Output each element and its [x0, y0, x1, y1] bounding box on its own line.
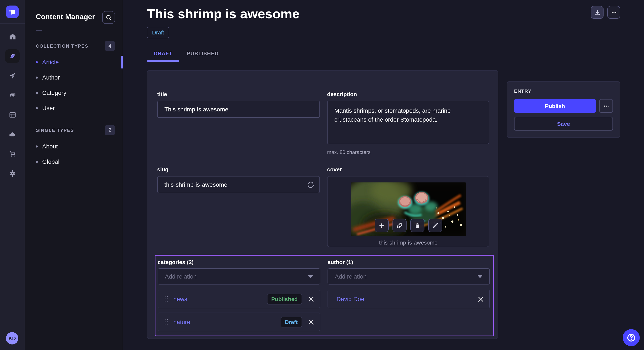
remove-relation-button[interactable] — [308, 319, 314, 325]
avatar-initials: KD — [8, 335, 16, 341]
cover-asset-card: this-shrimp-is-awesome — [327, 176, 490, 247]
title-input[interactable] — [157, 101, 320, 118]
relations-highlight-box: categories (2) Add relation — [154, 255, 494, 336]
description-textarea[interactable]: Mantis shrimps, or stomatopods, are mari… — [327, 101, 490, 144]
publish-button[interactable]: Publish — [514, 99, 596, 113]
nav-rail: KD — [0, 0, 25, 350]
sidebar-item-category[interactable]: Category — [25, 85, 123, 100]
sidebar-item-about[interactable]: About — [25, 139, 123, 154]
edit-form-card: title description Mantis shrimps, or sto… — [147, 70, 498, 339]
description-field: description Mantis shrimps, or stomatopo… — [327, 91, 490, 155]
sidebar-item-label: Global — [42, 158, 60, 165]
main-content: This shrimp is awesome — [123, 0, 644, 350]
categories-field: categories (2) Add relation — [158, 259, 320, 331]
rail-menu — [0, 30, 25, 180]
sidebar-item-marketplace[interactable] — [5, 147, 20, 161]
sidebar-item-label: About — [42, 143, 58, 150]
export-button[interactable] — [591, 6, 604, 19]
sidebar-item-user[interactable]: User — [25, 100, 123, 116]
categories-add-relation-combobox[interactable]: Add relation — [158, 268, 320, 285]
home-icon — [9, 33, 16, 40]
sidebar-item-home[interactable] — [5, 30, 20, 43]
search-icon — [106, 14, 112, 21]
help-button[interactable] — [623, 329, 640, 346]
sidebar-item-label: User — [42, 105, 55, 111]
sidebar-item-deploy[interactable] — [5, 128, 20, 141]
delete-asset-button[interactable] — [410, 219, 424, 232]
author-field: author (1) Add relation David Doe — [328, 259, 490, 331]
copy-link-button[interactable] — [392, 219, 406, 232]
sidebar-item-settings[interactable] — [5, 167, 20, 180]
close-icon — [308, 319, 314, 325]
link-icon — [396, 222, 402, 229]
question-circle-icon — [626, 333, 636, 342]
close-icon — [308, 296, 314, 302]
sidebar-item-transfer[interactable] — [5, 69, 20, 82]
rail-divider — [0, 23, 25, 24]
bullet-icon — [36, 145, 38, 147]
sidebar-item-global[interactable]: Global — [25, 154, 123, 169]
more-actions-button[interactable] — [607, 6, 620, 19]
categories-placeholder: Add relation — [165, 273, 196, 280]
gear-icon — [9, 170, 16, 177]
add-asset-button[interactable] — [374, 219, 388, 232]
slug-input[interactable] — [157, 176, 320, 193]
sidebar-item-article[interactable]: Article — [25, 54, 123, 70]
drag-handle-icon[interactable] — [164, 296, 168, 302]
author-relation-list: David Doe — [328, 290, 490, 308]
search-button[interactable] — [102, 11, 115, 24]
regenerate-slug-button[interactable] — [306, 180, 315, 189]
entry-panel: ENTRY Publish Save — [507, 81, 620, 138]
entry-more-button[interactable] — [599, 99, 613, 113]
description-field-label: description — [327, 91, 490, 97]
author-add-relation-combobox[interactable]: Add relation — [328, 268, 490, 285]
more-options-icon — [603, 103, 609, 109]
save-button[interactable]: Save — [514, 117, 613, 131]
sidebar-item-content-type-builder[interactable] — [5, 108, 20, 122]
author-placeholder: Add relation — [335, 273, 366, 280]
pencil-icon — [432, 222, 438, 229]
cover-field-label: cover — [327, 166, 490, 173]
drag-handle-icon[interactable] — [164, 319, 168, 325]
slug-field: slug — [157, 166, 320, 247]
description-hint: max. 80 characters — [327, 149, 490, 155]
relation-link[interactable]: news — [173, 296, 187, 302]
bullet-icon — [36, 107, 38, 109]
single-types-label: SINGLE TYPES — [36, 128, 74, 133]
subnav-divider — [36, 30, 42, 31]
subnav-title: Content Manager — [36, 13, 95, 21]
sidebar-item-media-library[interactable] — [5, 88, 20, 102]
trash-icon — [414, 222, 420, 229]
relation-link[interactable]: David Doe — [336, 296, 364, 302]
chevron-down-icon — [308, 275, 313, 278]
relation-item-news: news Published — [158, 290, 320, 308]
page-header: This shrimp is awesome — [147, 7, 620, 21]
status-badge: Draft — [280, 317, 302, 327]
tab-draft[interactable]: DRAFT — [147, 51, 179, 62]
sidebar-item-content-manager[interactable] — [5, 49, 20, 63]
more-options-icon — [610, 9, 617, 15]
sidebar-item-label: Author — [42, 74, 60, 81]
sidebar-item-author[interactable]: Author — [25, 70, 123, 85]
title-field-label: title — [157, 91, 320, 97]
single-types-count-badge: 2 — [105, 125, 115, 135]
strapi-logo[interactable] — [6, 5, 19, 18]
edit-asset-button[interactable] — [428, 219, 442, 232]
strapi-logo-icon — [6, 5, 19, 18]
entry-panel-label: ENTRY — [514, 88, 613, 94]
remove-relation-button[interactable] — [478, 296, 484, 302]
download-icon — [594, 9, 600, 15]
relation-link[interactable]: nature — [173, 319, 190, 325]
categories-field-label: categories (2) — [158, 259, 320, 265]
layout-icon — [9, 111, 16, 118]
chevron-down-icon — [478, 275, 482, 278]
cover-field: cover — [327, 166, 490, 247]
categories-relation-list: news Published — [158, 290, 320, 331]
tab-published[interactable]: PUBLISHED — [179, 51, 226, 62]
avatar[interactable]: KD — [6, 332, 18, 345]
plus-icon — [378, 222, 384, 229]
header-actions — [591, 6, 620, 19]
slug-field-label: slug — [157, 166, 320, 173]
shopping-cart-icon — [9, 151, 16, 157]
remove-relation-button[interactable] — [308, 296, 314, 302]
